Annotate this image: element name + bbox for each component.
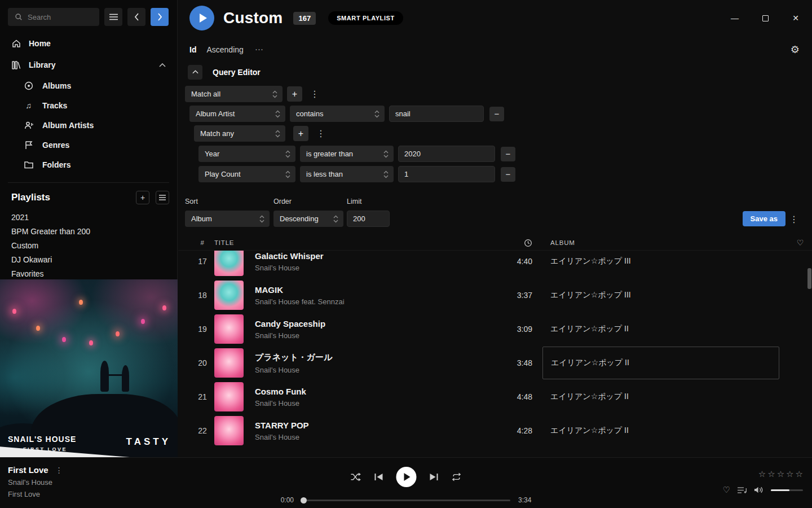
track-title[interactable]: STARRY POP	[255, 421, 492, 430]
star-icon[interactable]: ☆	[758, 469, 766, 479]
close-button[interactable]: ✕	[787, 10, 804, 27]
rule-value-input[interactable]	[398, 146, 495, 162]
focused-album-cell[interactable]: エイリアン☆ポップ II	[542, 347, 779, 379]
track-album[interactable]: エイリアン☆ポップ III	[550, 256, 631, 266]
star-icon[interactable]: ☆	[796, 469, 803, 479]
column-title[interactable]: TITLE	[214, 239, 255, 246]
sidebar-item-tracks[interactable]: ♫ Tracks	[0, 95, 177, 115]
sort-direction-button[interactable]: Ascending	[206, 45, 243, 54]
volume-slider[interactable]	[771, 489, 803, 491]
rule-field-select[interactable]: Album Artist	[189, 106, 285, 122]
track-artist[interactable]: Snail's House	[255, 433, 492, 441]
play-playlist-button[interactable]	[189, 6, 214, 30]
scrollbar-thumb[interactable]	[807, 268, 811, 289]
now-playing-album[interactable]: First Love	[8, 490, 63, 498]
back-button[interactable]	[127, 8, 145, 26]
album-art-thumbnail[interactable]	[214, 251, 244, 276]
save-menu-icon[interactable]: ⋮	[789, 214, 798, 225]
sort-field-button[interactable]: Id	[189, 45, 196, 54]
next-track-icon[interactable]	[430, 473, 439, 481]
sidebar-item-folders[interactable]: Folders	[0, 155, 177, 174]
sort-by-select[interactable]: Album	[185, 211, 270, 227]
duration-column-clock-icon[interactable]	[492, 239, 542, 247]
match-mode-select[interactable]: Match all	[185, 86, 283, 102]
forward-button[interactable]	[151, 8, 169, 26]
minimize-button[interactable]: —	[726, 10, 743, 27]
playlist-list-button[interactable]	[156, 191, 169, 204]
star-icon[interactable]: ☆	[777, 469, 784, 479]
track-artist[interactable]: Snail's House feat. Sennzai	[255, 297, 492, 306]
seek-bar[interactable]	[302, 500, 510, 501]
album-art-thumbnail[interactable]	[214, 314, 244, 344]
now-playing-menu-icon[interactable]: ⋮	[55, 466, 63, 475]
playlist-item[interactable]: Favorites	[0, 266, 177, 281]
playlist-item[interactable]: Custom	[0, 238, 177, 252]
rule-operator-select[interactable]: is greater than	[300, 146, 394, 162]
track-artist[interactable]: Snail's House	[255, 366, 492, 374]
remove-rule-button[interactable]: −	[489, 107, 504, 121]
track-album[interactable]: エイリアン☆ポップ II	[550, 392, 629, 402]
order-select[interactable]: Descending	[273, 211, 343, 227]
group-match-mode-select[interactable]: Match any	[194, 125, 285, 142]
track-row[interactable]: 21 Cosmo Funk Snail's House 4:48 エイリアン☆ポ…	[178, 380, 812, 414]
rule-field-select[interactable]: Play Count	[198, 166, 295, 182]
rule-operator-select[interactable]: is less than	[300, 166, 394, 182]
track-album[interactable]: エイリアン☆ポップ II	[551, 358, 629, 368]
album-art-thumbnail[interactable]	[214, 382, 244, 411]
now-playing-title[interactable]: First Love	[8, 465, 48, 475]
now-playing-artwork[interactable]: SNAIL'S HOUSE FIRST LOVE TASTY	[0, 279, 178, 457]
volume-icon[interactable]	[754, 486, 764, 494]
album-art-thumbnail[interactable]	[214, 416, 244, 445]
now-playing-artist[interactable]: Snail's House	[8, 478, 63, 487]
sidebar-item-album-artists[interactable]: Album Artists	[0, 115, 177, 135]
add-playlist-button[interactable]: +	[136, 191, 149, 204]
track-row[interactable]: 20 プラネット・ガール Snail's House 3:48 エイリアン☆ポッ…	[178, 346, 812, 380]
more-options-icon[interactable]: ⋯	[255, 45, 264, 55]
sidebar-item-library[interactable]: Library	[0, 54, 177, 76]
track-album[interactable]: エイリアン☆ポップ II	[550, 324, 629, 334]
playlist-item[interactable]: DJ Okawari	[0, 252, 177, 266]
album-art-thumbnail[interactable]	[214, 281, 244, 310]
favorite-heart-icon[interactable]: ♡	[723, 485, 730, 495]
limit-input[interactable]	[347, 211, 390, 227]
group-menu-icon[interactable]: ⋮	[313, 128, 329, 139]
track-artist[interactable]: Snail's House	[255, 399, 492, 408]
track-album[interactable]: エイリアン☆ポップ III	[550, 290, 631, 300]
star-icon[interactable]: ☆	[786, 469, 793, 479]
track-row[interactable]: 17 Galactic Whisper Snail's House 4:40 エ…	[178, 251, 812, 278]
track-row[interactable]: 22 STARRY POP Snail's House 4:28 エイリアン☆ポ…	[178, 414, 812, 448]
play-pause-button[interactable]	[396, 467, 417, 487]
save-as-button[interactable]: Save as	[743, 211, 785, 226]
sidebar-item-home[interactable]: Home	[0, 33, 177, 54]
star-icon[interactable]: ☆	[767, 469, 775, 479]
sidebar-item-albums[interactable]: Albums	[0, 76, 177, 95]
remove-rule-button[interactable]: −	[501, 147, 515, 161]
track-artist[interactable]: Snail's House	[255, 331, 492, 340]
track-title[interactable]: プラネット・ガール	[255, 352, 492, 363]
seek-handle[interactable]	[301, 497, 307, 503]
menu-button[interactable]	[104, 8, 122, 26]
track-title[interactable]: MAGIK	[255, 285, 492, 295]
rule-field-select[interactable]: Year	[198, 146, 295, 162]
search-input[interactable]	[28, 13, 90, 21]
playlist-item[interactable]: 2021	[0, 210, 177, 224]
rule-value-input[interactable]	[398, 166, 495, 182]
maximize-button[interactable]	[757, 10, 774, 27]
album-art-thumbnail[interactable]	[214, 348, 244, 378]
track-title[interactable]: Galactic Whisper	[255, 251, 492, 261]
favorite-column-heart-icon[interactable]: ♡	[779, 238, 807, 247]
rule-menu-icon[interactable]: ⋮	[307, 89, 323, 99]
track-row[interactable]: 18 MAGIK Snail's House feat. Sennzai 3:3…	[178, 278, 812, 312]
sidebar-item-genres[interactable]: Genres	[0, 135, 177, 155]
track-row[interactable]: 19 Candy Spaceship Snail's House 3:09 エイ…	[178, 312, 812, 346]
track-title[interactable]: Cosmo Funk	[255, 387, 492, 396]
rule-operator-select[interactable]: contains	[290, 106, 385, 122]
add-group-rule-button[interactable]: +	[293, 126, 308, 141]
settings-gear-icon[interactable]: ⚙	[791, 43, 800, 56]
queue-icon[interactable]	[738, 487, 747, 494]
previous-track-icon[interactable]	[374, 473, 383, 481]
track-artist[interactable]: Snail's House	[255, 264, 492, 272]
column-album[interactable]: ALBUM	[542, 239, 779, 246]
track-title[interactable]: Candy Spaceship	[255, 319, 492, 329]
search-box[interactable]	[8, 8, 99, 26]
